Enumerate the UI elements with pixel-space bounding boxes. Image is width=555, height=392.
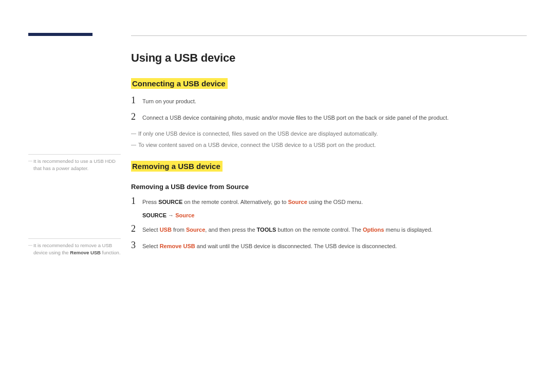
step-number: 2 xyxy=(131,111,142,122)
section-removing: Removing a USB device Removing a USB dev… xyxy=(131,161,527,251)
tools-key: TOOLS xyxy=(257,227,276,233)
section-heading: Removing a USB device xyxy=(131,161,223,172)
inline-note: To view content saved on a USB device, c… xyxy=(131,141,527,150)
source-key: SOURCE xyxy=(158,199,182,205)
main-content: Using a USB device Connecting a USB devi… xyxy=(131,51,527,262)
arrow-icon: → xyxy=(166,212,175,218)
text: menu is displayed. xyxy=(384,227,432,233)
section-heading: Connecting a USB device xyxy=(131,78,228,89)
step-item: 2 Select USB from Source, and then press… xyxy=(131,223,527,235)
subsection-heading: Removing a USB device from Source xyxy=(131,183,527,191)
step-number: 2 xyxy=(131,223,142,234)
step-item: 2 Connect a USB device containing photo,… xyxy=(131,111,527,123)
step-number: 1 xyxy=(131,95,142,106)
step-item: 3 Select Remove USB and wait until the U… xyxy=(131,240,527,251)
text: using the OSD menu. xyxy=(307,199,363,205)
side-rule xyxy=(28,238,121,239)
step-number: 1 xyxy=(131,196,142,207)
remove-usb-label: Remove USB xyxy=(160,243,195,249)
usb-label: USB xyxy=(160,227,172,233)
step-text: Select USB from Source, and then press t… xyxy=(142,226,433,235)
text: function. xyxy=(101,250,121,255)
side-rule xyxy=(28,154,121,155)
side-note-1-block: It is recommended to use a USB HDD that … xyxy=(28,154,121,172)
step-text: Press SOURCE on the remote control. Alte… xyxy=(142,198,363,207)
step-text: Connect a USB device containing photo, m… xyxy=(142,114,449,123)
step-number: 3 xyxy=(131,240,142,251)
path-source-key: SOURCE xyxy=(142,212,166,218)
text: , and then press the xyxy=(205,227,256,233)
section-connecting: Connecting a USB device 1 Turn on your p… xyxy=(131,78,527,150)
side-note-text: It is recommended to remove a USB device… xyxy=(28,242,121,256)
source-menu: Source xyxy=(288,199,307,205)
step-item: 1 Turn on your product. xyxy=(131,95,527,106)
side-note-2-block: It is recommended to remove a USB device… xyxy=(28,238,121,256)
step-text: Select Remove USB and wait until the USB… xyxy=(142,242,397,251)
step-text: Turn on your product. xyxy=(142,97,196,106)
text: and wait until the USB device is disconn… xyxy=(195,243,397,249)
inline-note: If only one USB device is connected, fil… xyxy=(131,129,527,139)
manual-page: It is recommended to use a USB HDD that … xyxy=(0,0,555,392)
step-list: 1 Turn on your product. 2 Connect a USB … xyxy=(131,95,527,122)
side-note-text: It is recommended to use a USB HDD that … xyxy=(28,158,121,172)
text: Select xyxy=(142,227,160,233)
text: Select xyxy=(142,243,160,249)
remove-usb-label: Remove USB xyxy=(70,250,101,255)
text: button on the remote control. The xyxy=(276,227,363,233)
path-source-menu: Source xyxy=(175,212,194,218)
step-item: 1 Press SOURCE on the remote control. Al… xyxy=(131,196,527,207)
header-accent-bar xyxy=(28,33,92,36)
menu-path: SOURCE → Source xyxy=(142,212,527,218)
text: from xyxy=(172,227,186,233)
text: Press xyxy=(142,199,158,205)
page-title: Using a USB device xyxy=(131,51,527,65)
header-rule xyxy=(131,35,527,36)
options-menu: Options xyxy=(363,227,384,233)
source-menu: Source xyxy=(186,227,205,233)
text: on the remote control. Alternatively, go… xyxy=(182,199,288,205)
